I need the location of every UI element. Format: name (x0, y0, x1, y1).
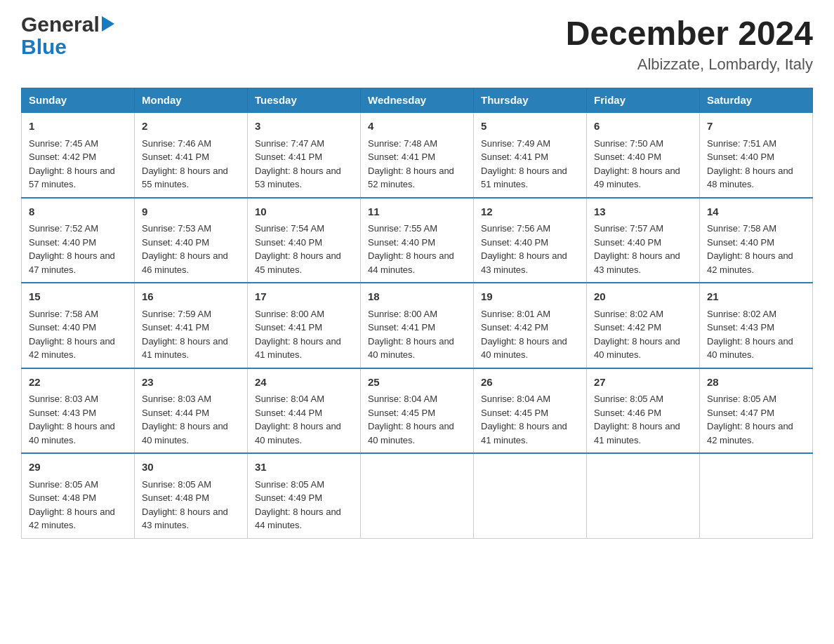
day-cell-7: 7 Sunrise: 7:51 AM Sunset: 4:40 PM Dayli… (700, 112, 813, 198)
daylight-text: Daylight: 8 hours and 52 minutes. (368, 166, 454, 190)
day-number: 23 (142, 375, 240, 391)
day-number: 9 (142, 204, 240, 220)
sunrise-text: Sunrise: 7:51 AM (707, 138, 776, 149)
empty-cell (361, 453, 474, 538)
day-cell-13: 13 Sunrise: 7:57 AM Sunset: 4:40 PM Dayl… (587, 198, 700, 283)
sunset-text: Sunset: 4:45 PM (481, 408, 548, 418)
day-number: 31 (255, 459, 353, 476)
sunset-text: Sunset: 4:40 PM (29, 322, 96, 333)
day-number: 13 (594, 204, 692, 220)
header-row: SundayMondayTuesdayWednesdayThursdayFrid… (22, 88, 813, 113)
day-cell-3: 3 Sunrise: 7:47 AM Sunset: 4:41 PM Dayli… (248, 112, 361, 198)
header-tuesday: Tuesday (248, 88, 361, 113)
sunset-text: Sunset: 4:40 PM (368, 237, 435, 248)
empty-cell (700, 453, 813, 538)
sunset-text: Sunset: 4:41 PM (255, 152, 322, 162)
day-cell-2: 2 Sunrise: 7:46 AM Sunset: 4:41 PM Dayli… (135, 112, 248, 198)
sunset-text: Sunset: 4:41 PM (255, 322, 322, 333)
daylight-text: Daylight: 8 hours and 40 minutes. (142, 421, 228, 445)
sunrise-text: Sunrise: 7:53 AM (142, 223, 211, 234)
week-row-3: 15 Sunrise: 7:58 AM Sunset: 4:40 PM Dayl… (22, 283, 813, 368)
sunrise-text: Sunrise: 7:57 AM (594, 223, 663, 234)
sunset-text: Sunset: 4:43 PM (29, 408, 96, 418)
sunset-text: Sunset: 4:40 PM (142, 237, 209, 248)
day-cell-23: 23 Sunrise: 8:03 AM Sunset: 4:44 PM Dayl… (135, 368, 248, 454)
sunset-text: Sunset: 4:41 PM (142, 152, 209, 162)
sunrise-text: Sunrise: 7:52 AM (29, 223, 98, 234)
sunset-text: Sunset: 4:48 PM (142, 492, 209, 503)
day-number: 1 (29, 119, 127, 135)
title-section: December 2024 Albizzate, Lombardy, Italy (566, 14, 813, 74)
day-cell-18: 18 Sunrise: 8:00 AM Sunset: 4:41 PM Dayl… (361, 283, 474, 368)
day-cell-15: 15 Sunrise: 7:58 AM Sunset: 4:40 PM Dayl… (22, 283, 135, 368)
daylight-text: Daylight: 8 hours and 44 minutes. (255, 507, 341, 531)
sunrise-text: Sunrise: 7:45 AM (29, 138, 98, 149)
header-thursday: Thursday (474, 88, 587, 113)
sunset-text: Sunset: 4:40 PM (29, 237, 96, 248)
logo-general-text: General (21, 14, 100, 35)
header-monday: Monday (135, 88, 248, 113)
sunrise-text: Sunrise: 8:05 AM (594, 394, 663, 404)
day-cell-9: 9 Sunrise: 7:53 AM Sunset: 4:40 PM Dayli… (135, 198, 248, 283)
day-cell-12: 12 Sunrise: 7:56 AM Sunset: 4:40 PM Dayl… (474, 198, 587, 283)
sunset-text: Sunset: 4:40 PM (594, 237, 661, 248)
sunrise-text: Sunrise: 7:50 AM (594, 138, 663, 149)
logo-blue-text: Blue (21, 35, 67, 58)
daylight-text: Daylight: 8 hours and 42 minutes. (29, 336, 115, 361)
sunrise-text: Sunrise: 8:03 AM (29, 394, 98, 404)
daylight-text: Daylight: 8 hours and 40 minutes. (594, 336, 680, 361)
sunset-text: Sunset: 4:49 PM (255, 492, 322, 503)
day-number: 20 (594, 289, 692, 305)
sunrise-text: Sunrise: 7:49 AM (481, 138, 550, 149)
sunrise-text: Sunrise: 8:02 AM (594, 309, 663, 319)
day-cell-11: 11 Sunrise: 7:55 AM Sunset: 4:40 PM Dayl… (361, 198, 474, 283)
day-number: 11 (368, 204, 466, 220)
day-cell-19: 19 Sunrise: 8:01 AM Sunset: 4:42 PM Dayl… (474, 283, 587, 368)
sunrise-text: Sunrise: 7:59 AM (142, 309, 211, 319)
daylight-text: Daylight: 8 hours and 42 minutes. (707, 421, 793, 445)
sunset-text: Sunset: 4:47 PM (707, 408, 774, 418)
week-row-4: 22 Sunrise: 8:03 AM Sunset: 4:43 PM Dayl… (22, 368, 813, 454)
day-cell-22: 22 Sunrise: 8:03 AM Sunset: 4:43 PM Dayl… (22, 368, 135, 454)
day-cell-25: 25 Sunrise: 8:04 AM Sunset: 4:45 PM Dayl… (361, 368, 474, 454)
sunset-text: Sunset: 4:45 PM (368, 408, 435, 418)
day-number: 17 (255, 289, 353, 305)
day-cell-28: 28 Sunrise: 8:05 AM Sunset: 4:47 PM Dayl… (700, 368, 813, 454)
day-cell-4: 4 Sunrise: 7:48 AM Sunset: 4:41 PM Dayli… (361, 112, 474, 198)
sunset-text: Sunset: 4:42 PM (29, 152, 96, 162)
sunset-text: Sunset: 4:41 PM (368, 322, 435, 333)
sunset-text: Sunset: 4:48 PM (29, 492, 96, 503)
header-friday: Friday (587, 88, 700, 113)
day-number: 16 (142, 289, 240, 305)
empty-cell (587, 453, 700, 538)
daylight-text: Daylight: 8 hours and 47 minutes. (29, 250, 115, 275)
page-header: General Blue December 2024 Albizzate, Lo… (21, 14, 813, 74)
sunrise-text: Sunrise: 8:00 AM (255, 309, 324, 319)
daylight-text: Daylight: 8 hours and 44 minutes. (368, 250, 454, 275)
day-number: 30 (142, 459, 240, 476)
sunset-text: Sunset: 4:42 PM (481, 322, 548, 333)
calendar-table: SundayMondayTuesdayWednesdayThursdayFrid… (21, 88, 813, 539)
daylight-text: Daylight: 8 hours and 42 minutes. (707, 250, 793, 275)
day-cell-26: 26 Sunrise: 8:04 AM Sunset: 4:45 PM Dayl… (474, 368, 587, 454)
sunset-text: Sunset: 4:44 PM (255, 408, 322, 418)
sunrise-text: Sunrise: 8:04 AM (368, 394, 437, 404)
month-title: December 2024 (566, 14, 813, 53)
daylight-text: Daylight: 8 hours and 43 minutes. (594, 250, 680, 275)
daylight-text: Daylight: 8 hours and 41 minutes. (255, 336, 341, 361)
day-cell-27: 27 Sunrise: 8:05 AM Sunset: 4:46 PM Dayl… (587, 368, 700, 454)
sunrise-text: Sunrise: 7:47 AM (255, 138, 324, 149)
day-number: 29 (29, 459, 127, 476)
day-number: 28 (707, 375, 805, 391)
day-cell-24: 24 Sunrise: 8:04 AM Sunset: 4:44 PM Dayl… (248, 368, 361, 454)
day-cell-21: 21 Sunrise: 8:02 AM Sunset: 4:43 PM Dayl… (700, 283, 813, 368)
day-cell-30: 30 Sunrise: 8:05 AM Sunset: 4:48 PM Dayl… (135, 453, 248, 538)
sunset-text: Sunset: 4:40 PM (707, 237, 774, 248)
sunset-text: Sunset: 4:41 PM (481, 152, 548, 162)
sunrise-text: Sunrise: 7:48 AM (368, 138, 437, 149)
day-number: 8 (29, 204, 127, 220)
sunset-text: Sunset: 4:41 PM (142, 322, 209, 333)
header-sunday: Sunday (22, 88, 135, 113)
sunrise-text: Sunrise: 7:55 AM (368, 223, 437, 234)
location-text: Albizzate, Lombardy, Italy (566, 55, 813, 74)
